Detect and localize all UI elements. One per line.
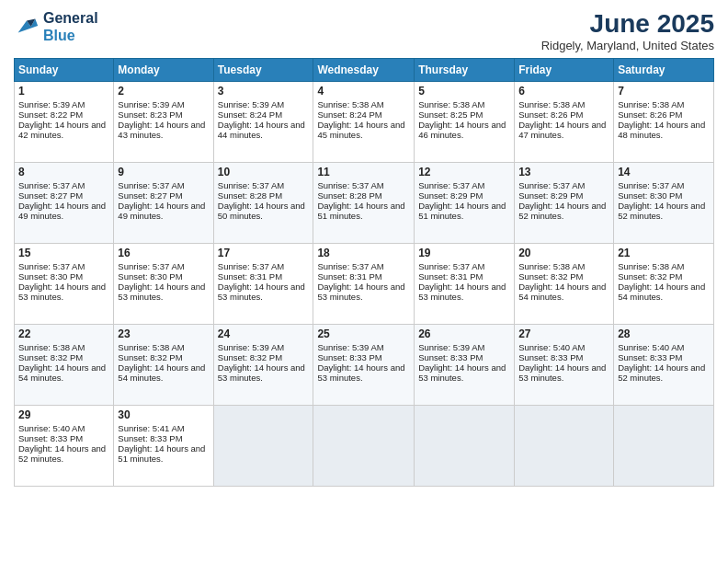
day-number: 7 (618, 85, 710, 98)
table-cell: 26Sunrise: 5:39 AMSunset: 8:33 PMDayligh… (415, 325, 515, 406)
logo-text: General Blue (43, 9, 98, 44)
table-cell: 27Sunrise: 5:40 AMSunset: 8:33 PMDayligh… (515, 325, 614, 406)
day-number: 6 (518, 85, 609, 98)
day-number: 23 (118, 327, 209, 340)
table-cell: 4Sunrise: 5:38 AMSunset: 8:24 PMDaylight… (313, 82, 415, 163)
table-cell (515, 406, 614, 487)
table-cell: 29Sunrise: 5:40 AMSunset: 8:33 PMDayligh… (15, 406, 114, 487)
day-number: 30 (118, 408, 209, 421)
table-cell: 8Sunrise: 5:37 AMSunset: 8:27 PMDaylight… (15, 163, 114, 244)
day-number: 24 (218, 327, 310, 340)
table-cell: 1Sunrise: 5:39 AMSunset: 8:22 PMDaylight… (15, 82, 114, 163)
day-number: 27 (518, 327, 609, 340)
table-cell: 9Sunrise: 5:37 AMSunset: 8:27 PMDaylight… (114, 163, 213, 244)
day-number: 4 (317, 85, 410, 98)
table-cell: 18Sunrise: 5:37 AMSunset: 8:31 PMDayligh… (313, 244, 415, 325)
table-cell (614, 406, 714, 487)
table-cell: 30Sunrise: 5:41 AMSunset: 8:33 PMDayligh… (114, 406, 213, 487)
day-number: 29 (18, 408, 109, 421)
day-number: 5 (418, 85, 510, 98)
calendar-header-row: Sunday Monday Tuesday Wednesday Thursday… (15, 59, 714, 82)
table-cell: 7Sunrise: 5:38 AMSunset: 8:26 PMDaylight… (614, 82, 714, 163)
day-number: 14 (618, 166, 710, 178)
calendar-row: 15Sunrise: 5:37 AMSunset: 8:30 PMDayligh… (15, 244, 714, 325)
location: Ridgely, Maryland, United States (541, 39, 714, 52)
header-thursday: Thursday (415, 59, 515, 82)
day-number: 15 (18, 247, 109, 259)
day-number: 26 (418, 327, 510, 340)
header-friday: Friday (515, 59, 614, 82)
calendar-row: 1Sunrise: 5:39 AMSunset: 8:22 PMDaylight… (15, 82, 714, 163)
day-number: 13 (518, 166, 609, 178)
day-number: 19 (418, 247, 510, 259)
table-cell: 16Sunrise: 5:37 AMSunset: 8:30 PMDayligh… (114, 244, 213, 325)
table-cell: 5Sunrise: 5:38 AMSunset: 8:25 PMDaylight… (415, 82, 515, 163)
table-cell (313, 406, 415, 487)
table-cell: 14Sunrise: 5:37 AMSunset: 8:30 PMDayligh… (614, 163, 714, 244)
table-cell: 21Sunrise: 5:38 AMSunset: 8:32 PMDayligh… (614, 244, 714, 325)
header-saturday: Saturday (614, 59, 714, 82)
day-number: 2 (118, 85, 209, 98)
day-number: 28 (618, 327, 710, 340)
table-cell: 13Sunrise: 5:37 AMSunset: 8:29 PMDayligh… (515, 163, 614, 244)
table-cell: 28Sunrise: 5:40 AMSunset: 8:33 PMDayligh… (614, 325, 714, 406)
table-cell: 25Sunrise: 5:39 AMSunset: 8:33 PMDayligh… (313, 325, 415, 406)
day-number: 9 (118, 166, 209, 178)
header-wednesday: Wednesday (313, 59, 415, 82)
day-number: 1 (18, 85, 109, 98)
day-number: 25 (317, 327, 410, 340)
table-cell: 15Sunrise: 5:37 AMSunset: 8:30 PMDayligh… (15, 244, 114, 325)
title-block: June 2025 Ridgely, Maryland, United Stat… (541, 9, 714, 52)
day-number: 18 (317, 247, 410, 259)
calendar-table: Sunday Monday Tuesday Wednesday Thursday… (14, 58, 714, 487)
header-monday: Monday (114, 59, 213, 82)
table-cell: 19Sunrise: 5:37 AMSunset: 8:31 PMDayligh… (415, 244, 515, 325)
table-cell: 23Sunrise: 5:38 AMSunset: 8:32 PMDayligh… (114, 325, 213, 406)
calendar-row: 8Sunrise: 5:37 AMSunset: 8:27 PMDaylight… (15, 163, 714, 244)
month-year: June 2025 (541, 9, 714, 39)
calendar-row: 29Sunrise: 5:40 AMSunset: 8:33 PMDayligh… (15, 406, 714, 487)
day-number: 12 (418, 166, 510, 178)
day-number: 22 (18, 327, 109, 340)
logo-icon (14, 14, 40, 40)
table-cell: 2Sunrise: 5:39 AMSunset: 8:23 PMDaylight… (114, 82, 213, 163)
table-cell: 12Sunrise: 5:37 AMSunset: 8:29 PMDayligh… (415, 163, 515, 244)
table-cell: 20Sunrise: 5:38 AMSunset: 8:32 PMDayligh… (515, 244, 614, 325)
table-cell (415, 406, 515, 487)
day-number: 16 (118, 247, 209, 259)
table-cell: 6Sunrise: 5:38 AMSunset: 8:26 PMDaylight… (515, 82, 614, 163)
header-tuesday: Tuesday (213, 59, 313, 82)
page: General Blue June 2025 Ridgely, Maryland… (0, 0, 728, 563)
table-cell (213, 406, 313, 487)
table-cell: 24Sunrise: 5:39 AMSunset: 8:32 PMDayligh… (213, 325, 313, 406)
table-cell: 22Sunrise: 5:38 AMSunset: 8:32 PMDayligh… (15, 325, 114, 406)
day-number: 10 (218, 166, 310, 178)
table-cell: 3Sunrise: 5:39 AMSunset: 8:24 PMDaylight… (213, 82, 313, 163)
header: General Blue June 2025 Ridgely, Maryland… (14, 9, 714, 52)
table-cell: 11Sunrise: 5:37 AMSunset: 8:28 PMDayligh… (313, 163, 415, 244)
day-number: 8 (18, 166, 109, 178)
day-number: 11 (317, 166, 410, 178)
table-cell: 17Sunrise: 5:37 AMSunset: 8:31 PMDayligh… (213, 244, 313, 325)
logo: General Blue (14, 9, 98, 44)
day-number: 3 (218, 85, 310, 98)
day-number: 21 (618, 247, 710, 259)
header-sunday: Sunday (15, 59, 114, 82)
table-cell: 10Sunrise: 5:37 AMSunset: 8:28 PMDayligh… (213, 163, 313, 244)
day-number: 20 (518, 247, 609, 259)
calendar-row: 22Sunrise: 5:38 AMSunset: 8:32 PMDayligh… (15, 325, 714, 406)
day-number: 17 (218, 247, 310, 259)
